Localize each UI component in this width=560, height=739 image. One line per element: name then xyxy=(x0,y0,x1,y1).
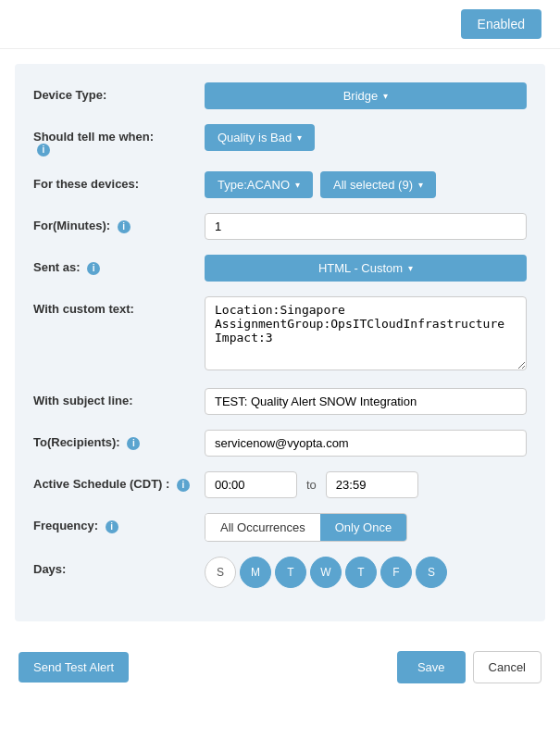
for-minutes-control xyxy=(205,213,527,240)
info-icon[interactable]: i xyxy=(177,479,190,492)
info-icon[interactable]: i xyxy=(37,144,50,157)
footer-right: Save Cancel xyxy=(397,651,541,683)
day-sunday[interactable]: S xyxy=(205,557,236,588)
enabled-button[interactable]: Enabled xyxy=(461,9,541,39)
device-filter-2-dropdown[interactable]: All selected (9) ▾ xyxy=(320,171,436,198)
for-minutes-input[interactable] xyxy=(205,213,527,240)
form-section: Device Type: Bridge ▾ Should tell me whe… xyxy=(15,64,545,621)
to-label: to xyxy=(306,478,317,492)
schedule-control: to xyxy=(205,471,527,498)
save-button[interactable]: Save xyxy=(397,651,466,683)
top-bar: Enabled xyxy=(0,0,560,49)
frequency-label: Frequency: i xyxy=(33,513,205,533)
cancel-button[interactable]: Cancel xyxy=(473,651,541,683)
sent-as-label: Sent as: i xyxy=(33,255,205,275)
frequency-row: Frequency: i All Occurrences Only Once xyxy=(33,513,527,542)
days-control: S M T W T F S xyxy=(205,557,527,588)
days-label: Days: xyxy=(33,557,205,576)
for-minutes-label: For(Minutes): i xyxy=(33,213,205,233)
device-filter-1-dropdown[interactable]: Type:ACANO ▾ xyxy=(205,171,313,198)
info-icon[interactable]: i xyxy=(127,437,140,450)
info-icon[interactable]: i xyxy=(87,262,100,275)
recipients-control xyxy=(205,430,527,457)
freq-once-button[interactable]: Only Once xyxy=(320,514,406,541)
chevron-down-icon: ▾ xyxy=(383,91,388,101)
recipients-label: To(Recipients): i xyxy=(33,430,205,450)
freq-all-button[interactable]: All Occurrences xyxy=(205,514,320,541)
device-type-dropdown[interactable]: Bridge ▾ xyxy=(205,82,527,109)
should-tell-label: Should tell me when: i xyxy=(33,124,205,157)
footer-buttons: Send Test Alert Save Cancel xyxy=(0,636,560,698)
custom-text-input[interactable]: Location:Singapore AssignmentGroup:OpsIT… xyxy=(205,296,527,370)
device-type-row: Device Type: Bridge ▾ xyxy=(33,82,527,109)
sent-as-dropdown[interactable]: HTML - Custom ▾ xyxy=(205,255,527,282)
subject-line-control xyxy=(205,388,527,415)
subject-line-input[interactable] xyxy=(205,388,527,415)
for-devices-control: Type:ACANO ▾ All selected (9) ▾ xyxy=(205,171,527,198)
device-type-label: Device Type: xyxy=(33,82,205,102)
custom-text-label: With custom text: xyxy=(33,296,205,316)
for-devices-row: For these devices: Type:ACANO ▾ All sele… xyxy=(33,171,527,198)
schedule-from-input[interactable] xyxy=(205,471,297,498)
day-thursday[interactable]: T xyxy=(345,557,377,588)
days-buttons: S M T W T F S xyxy=(205,557,527,588)
day-wednesday[interactable]: W xyxy=(310,557,342,588)
schedule-row: Active Schedule (CDT) : i to xyxy=(33,471,527,498)
should-tell-control: Quality is Bad ▾ xyxy=(205,124,527,151)
should-tell-dropdown[interactable]: Quality is Bad ▾ xyxy=(205,124,315,151)
device-type-control: Bridge ▾ xyxy=(205,82,527,109)
schedule-label: Active Schedule (CDT) : i xyxy=(33,471,205,492)
should-tell-row: Should tell me when: i Quality is Bad ▾ xyxy=(33,124,527,157)
custom-text-row: With custom text: Location:Singapore Ass… xyxy=(33,296,527,373)
subject-line-label: With subject line: xyxy=(33,388,205,407)
info-icon[interactable]: i xyxy=(106,520,118,533)
for-minutes-row: For(Minutes): i xyxy=(33,213,527,240)
recipients-row: To(Recipients): i xyxy=(33,430,527,457)
recipients-input[interactable] xyxy=(205,430,527,457)
day-saturday[interactable]: S xyxy=(416,557,447,588)
subject-line-row: With subject line: xyxy=(33,388,527,415)
chevron-down-icon: ▾ xyxy=(297,132,302,143)
sent-as-control: HTML - Custom ▾ xyxy=(205,255,527,282)
sent-as-row: Sent as: i HTML - Custom ▾ xyxy=(33,255,527,282)
days-row: Days: S M T W T F S xyxy=(33,557,527,588)
send-test-alert-button[interactable]: Send Test Alert xyxy=(19,652,129,683)
page-wrapper: Enabled Device Type: Bridge ▾ Should tel… xyxy=(0,0,560,739)
schedule-to-input[interactable] xyxy=(326,471,418,498)
chevron-down-icon: ▾ xyxy=(418,180,423,190)
chevron-down-icon: ▾ xyxy=(408,263,413,273)
day-monday[interactable]: M xyxy=(240,557,271,588)
for-devices-label: For these devices: xyxy=(33,171,205,191)
info-icon[interactable]: i xyxy=(118,220,131,233)
custom-text-control: Location:Singapore AssignmentGroup:OpsIT… xyxy=(205,296,527,373)
frequency-control: All Occurrences Only Once xyxy=(205,513,527,542)
chevron-down-icon: ▾ xyxy=(295,180,300,190)
day-tuesday[interactable]: T xyxy=(275,557,306,588)
day-friday[interactable]: F xyxy=(380,557,412,588)
